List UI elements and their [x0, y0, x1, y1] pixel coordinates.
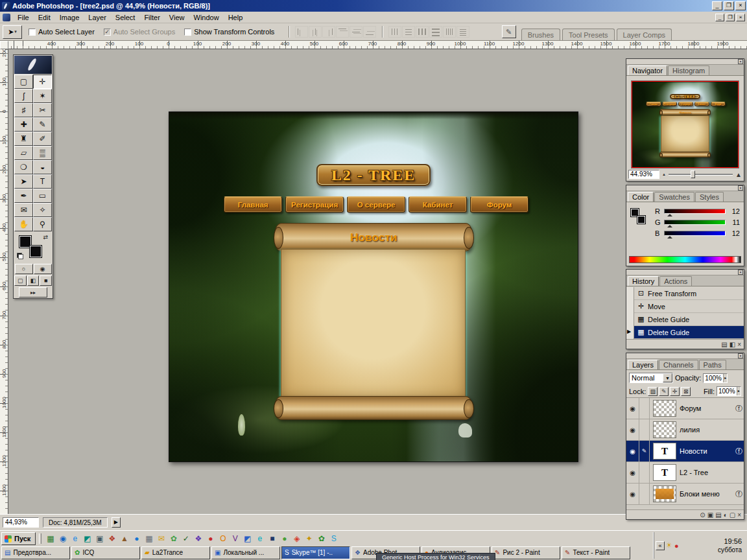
layer-name[interactable]: L2 - Tree	[680, 469, 734, 476]
quicklaunch-icon[interactable]: ✿	[316, 533, 327, 544]
tool-button[interactable]: ✂	[33, 103, 52, 117]
checkbox-box[interactable]: ✓	[184, 29, 191, 36]
tool-button[interactable]: ♯	[14, 103, 33, 117]
quicklaunch-icon[interactable]: ◉	[57, 533, 68, 544]
palette-tab[interactable]: Styles	[695, 192, 724, 202]
green-slider[interactable]	[664, 220, 726, 225]
tool-button[interactable]: ◒	[33, 160, 52, 174]
quicklaunch-icon[interactable]: ◩	[82, 533, 93, 544]
history-footer-icon[interactable]: ▤	[721, 340, 727, 349]
visibility-eye-icon[interactable]: ◉	[626, 398, 639, 419]
tool-button[interactable]: ♜	[14, 132, 33, 146]
spinner-icon[interactable]: ▸	[737, 387, 741, 395]
menu-item[interactable]: Select	[111, 12, 140, 23]
layers-footer-icon[interactable]: ▢	[729, 511, 735, 519]
tool-button[interactable]: T	[33, 174, 52, 189]
palette-tab[interactable]: Layers	[628, 360, 658, 369]
palette-tab[interactable]: Channels	[659, 360, 698, 369]
quicklaunch-icon[interactable]: V	[230, 533, 241, 544]
tool-button[interactable]: ▢	[14, 75, 33, 89]
distribute-vertical-centers-button[interactable]	[429, 26, 442, 38]
close-icon[interactable]: ×	[738, 270, 743, 275]
layers-footer-icon[interactable]: ▤	[715, 511, 721, 519]
layers-footer-icon[interactable]: ◐	[724, 511, 728, 519]
background-color-swatch[interactable]	[29, 245, 42, 258]
red-slider[interactable]	[664, 209, 726, 214]
tool-button[interactable]: ⚲	[33, 217, 52, 231]
align-right-edges-button[interactable]	[322, 26, 335, 38]
align-top-edges-button[interactable]	[336, 26, 349, 38]
menu-item[interactable]: Filter	[139, 12, 164, 23]
tool-button[interactable]: ▱	[14, 146, 33, 160]
opacity-value[interactable]: 100%	[704, 374, 723, 382]
layer-row[interactable]: ◉ ✎ T Новости ⓕ	[626, 441, 744, 462]
layers-footer-icon[interactable]: ▣	[707, 511, 713, 519]
layer-thumbnail[interactable]	[653, 485, 676, 502]
tool-button[interactable]: ✉	[14, 203, 33, 217]
layer-name[interactable]: Блоки меню	[680, 490, 734, 498]
checkbox-box[interactable]: ✓	[29, 29, 36, 36]
ruler-origin-box[interactable]	[0, 41, 8, 49]
visibility-eye-icon[interactable]: ◉	[626, 419, 639, 440]
quicklaunch-icon[interactable]: e	[69, 533, 80, 544]
history-state[interactable]: ▶ ▦ Delete Guide	[626, 326, 744, 339]
document-canvas[interactable]: L2 - TREE ГлавнаяРегистрацияО сервереКаб…	[169, 111, 578, 462]
layer-thumbnail[interactable]	[653, 400, 676, 417]
quicklaunch-icon[interactable]: ❖	[106, 533, 117, 544]
spinner-icon[interactable]: ▸	[723, 374, 727, 382]
vertical-ruler[interactable]: 2001000100200300400500600700800900100011…	[0, 49, 8, 514]
navigator-thumbnail[interactable]: L2 - TREE ГлавнаяРегистрацияО сервереКаб…	[631, 80, 739, 169]
taskbar-window-button[interactable]: ▰ La2Trance	[141, 546, 210, 559]
quicklaunch-icon[interactable]: ▣	[94, 533, 105, 544]
layers-footer-icon[interactable]: ⊙	[700, 511, 705, 519]
option-checkbox[interactable]: ✓ Auto Select Layer	[29, 28, 95, 36]
quicklaunch-icon[interactable]: ✓	[180, 533, 191, 544]
align-left-edges-button[interactable]	[295, 26, 308, 38]
history-source-well[interactable]: ▶	[626, 300, 634, 313]
tool-button[interactable]: ✶	[33, 89, 52, 103]
taskbar-window-button[interactable]: ✎ Рис 2 - Paint	[492, 546, 560, 559]
quicklaunch-icon[interactable]: S	[328, 533, 339, 544]
option-checkbox[interactable]: ✓ Show Transform Controls	[184, 28, 274, 36]
layer-style-icon[interactable]: ⓕ	[734, 489, 744, 499]
tray-icon[interactable]: ●	[674, 542, 679, 550]
distribute-horizontal-centers-button[interactable]	[416, 26, 429, 38]
layer-row[interactable]: ◉ ✎ T L2 - Tree	[626, 462, 744, 484]
channel-value[interactable]: 12	[728, 207, 740, 215]
lock-button[interactable]: ✛	[670, 387, 680, 396]
screen-mode-button[interactable]: ◧	[27, 275, 40, 286]
lock-button[interactable]: ✎	[659, 387, 669, 396]
menu-item[interactable]: Layer	[84, 12, 111, 23]
close-icon[interactable]: ×	[738, 185, 743, 191]
lock-button[interactable]: ▨	[648, 387, 658, 396]
palette-tab[interactable]: Histogram	[668, 65, 709, 75]
minimize-button[interactable]: _	[712, 1, 722, 10]
lock-button[interactable]: ⊠	[681, 387, 691, 396]
menu-item[interactable]: View	[165, 12, 189, 23]
palette-tab[interactable]: Swatches	[654, 192, 694, 202]
checkbox-box[interactable]: ✓	[104, 29, 111, 36]
layer-thumbnail[interactable]: T	[653, 464, 676, 481]
tool-button[interactable]: ▭	[33, 189, 52, 203]
quicklaunch-icon[interactable]: ✦	[303, 533, 314, 544]
screen-mode-button[interactable]: ■	[40, 275, 52, 286]
layer-row[interactable]: ◉ ✎ Блоки меню ⓕ	[626, 484, 744, 505]
quicklaunch-icon[interactable]: ▲	[119, 533, 130, 544]
taskbar-window-button[interactable]: ✿ ICQ	[71, 546, 140, 559]
tool-button[interactable]: ❍	[14, 160, 33, 174]
layer-style-icon[interactable]: ⓕ	[734, 404, 744, 414]
brush-presets-button[interactable]: ✎	[502, 25, 516, 38]
blend-mode-dropdown[interactable]: Normal ▼	[629, 373, 673, 383]
photoshop-feather-logo[interactable]	[14, 56, 52, 74]
tool-button[interactable]: ✎	[33, 117, 52, 132]
quicklaunch-icon[interactable]: ❖	[193, 533, 204, 544]
quicklaunch-icon[interactable]: ●	[205, 533, 216, 544]
taskbar-window-button[interactable]: S Skype™ [1] -..	[281, 546, 350, 559]
taskbar-window-button[interactable]: ✎ Текст - Paint	[562, 546, 630, 559]
layer-style-icon[interactable]: ⓕ	[734, 447, 744, 456]
layer-name[interactable]: Новости	[680, 447, 734, 455]
swap-colors-icon[interactable]: ⇄	[43, 234, 48, 240]
history-source-well[interactable]: ▶	[626, 326, 634, 339]
menu-item[interactable]: Image	[55, 12, 84, 23]
edit-in-imageready-button[interactable]: ▸▸	[19, 287, 47, 298]
